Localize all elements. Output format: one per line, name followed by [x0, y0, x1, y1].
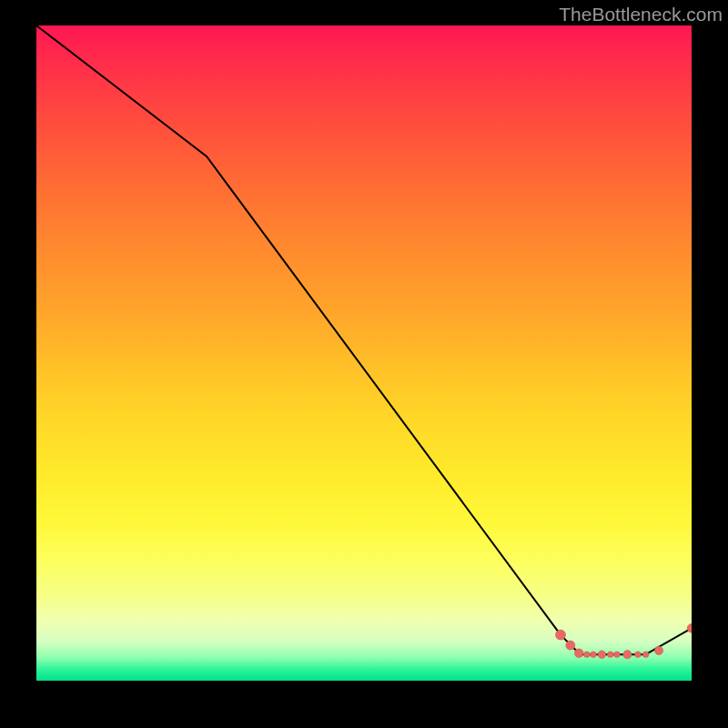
- marker-point: [654, 646, 662, 654]
- marker-point: [614, 652, 621, 658]
- marker-point: [607, 652, 613, 658]
- watermark-text: TheBottleneck.com: [559, 4, 723, 25]
- plot-area: [36, 25, 692, 681]
- marker-point: [566, 641, 575, 650]
- series-curve: [36, 25, 692, 654]
- marker-point: [591, 652, 597, 658]
- marker-point: [555, 630, 565, 640]
- line-layer: [36, 25, 692, 681]
- marker-point: [584, 652, 591, 658]
- chart-container: TheBottleneck.com: [0, 0, 728, 728]
- marker-point: [574, 649, 583, 658]
- marker-point: [635, 652, 642, 658]
- marker-point: [623, 651, 632, 659]
- marker-point: [598, 651, 606, 659]
- marker-point: [642, 652, 649, 658]
